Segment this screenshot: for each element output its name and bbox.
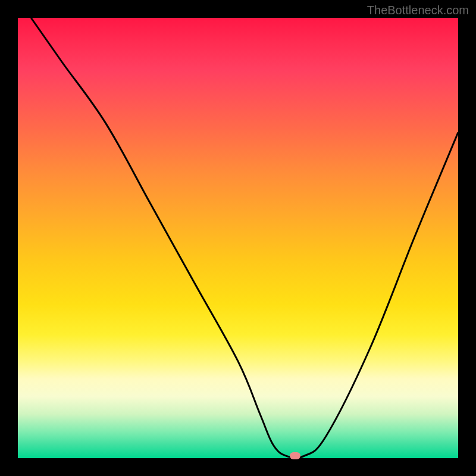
optimal-marker-icon: [290, 452, 300, 459]
watermark-text: TheBottleneck.com: [367, 4, 469, 17]
bottleneck-chart: TheBottleneck.com: [0, 0, 476, 476]
bottleneck-curve: [31, 18, 458, 458]
plot-area: [18, 18, 458, 458]
curve-svg: [18, 18, 458, 458]
